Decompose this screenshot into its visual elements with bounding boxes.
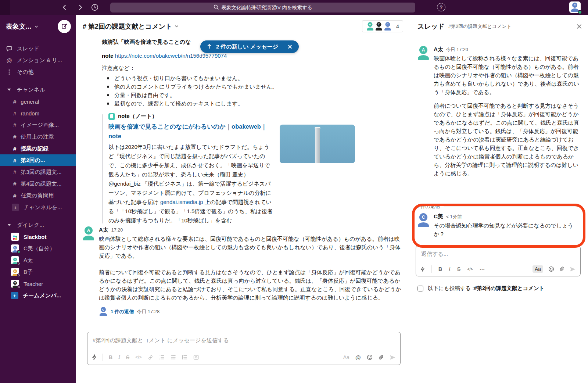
section-label: チャンネル <box>17 86 45 93</box>
sidebar-item-more[interactable]: その他 <box>0 66 76 78</box>
thread-channel-name[interactable]: #第2回の課題文献とコメント <box>448 23 573 30</box>
bold-icon[interactable]: B <box>109 354 112 360</box>
add-team-members-button[interactable]: + チームメンバ... <box>0 290 76 301</box>
workspace-header[interactable]: 表象文... <box>0 15 76 38</box>
replies-divider: 1 件の返信 <box>417 203 583 210</box>
sidebar-channel-round4[interactable]: #第4回の課題文... <box>0 178 76 190</box>
unfurl-thumbnail-image[interactable] <box>280 125 355 163</box>
new-messages-banner[interactable]: 2 件の新しい メッセージ <box>200 40 299 53</box>
bullet-item: 他の人のコメントにリプライをつけるかたちでもかまいません。 <box>102 82 402 91</box>
mention-icon[interactable]: @ <box>355 354 361 361</box>
bulleted-list-icon[interactable] <box>171 355 176 360</box>
sidebar-channel-image[interactable]: #イメージ画像... <box>0 119 76 131</box>
also-send-checkbox[interactable] <box>417 286 423 291</box>
text-format-toggle-icon[interactable]: Aa <box>343 354 349 360</box>
message-timestamp[interactable]: 今日 17:20 <box>446 47 468 53</box>
presence-dot-offline <box>17 285 21 289</box>
sidebar-channel-random[interactable]: #random <box>0 107 76 119</box>
thread-panel: スレッド #第2回の課題文献とコメント A A太 今日 17:20 映画体験とし… <box>410 15 588 383</box>
sidebar-channel-round2-selected[interactable]: #第2回の... <box>0 154 76 166</box>
presence-dot-online <box>578 10 582 14</box>
chevron-down-icon <box>175 24 179 28</box>
message-author[interactable]: A太 <box>99 226 108 233</box>
strikethrough-icon[interactable]: S <box>126 354 129 360</box>
text-format-toggle-icon[interactable]: Aa <box>533 265 543 273</box>
dm-slackbot[interactable]: Slackbot <box>0 231 76 243</box>
search-bar[interactable]: 表象文化論特殊研究演習IV 内を検索する <box>110 3 415 12</box>
italic-icon[interactable]: I <box>118 354 120 360</box>
blockquote-icon[interactable] <box>182 355 187 360</box>
emoji-icon[interactable] <box>367 354 373 360</box>
sidebar-item-threads[interactable]: スレッド <box>0 43 76 54</box>
message-avatar[interactable]: A <box>417 46 430 60</box>
bold-icon[interactable]: B <box>438 266 442 272</box>
sidebar-channel-class-records[interactable]: #授業の記録 <box>0 143 76 154</box>
send-icon[interactable] <box>570 266 576 272</box>
ordered-list-icon[interactable] <box>159 355 165 360</box>
sidebar-channel-round3[interactable]: #第3回の課題文... <box>0 166 76 178</box>
banner-close-icon[interactable] <box>288 44 292 49</box>
add-channel-button[interactable]: + チャンネルを... <box>0 201 76 213</box>
code-icon[interactable]: </> <box>135 355 141 360</box>
reply-input[interactable] <box>416 246 580 258</box>
history-clock-icon[interactable] <box>90 3 99 12</box>
italic-icon[interactable]: I <box>449 266 451 272</box>
send-icon[interactable] <box>390 355 396 360</box>
reply-count-link[interactable]: 1 件の返信 <box>111 308 134 315</box>
more-options-icon[interactable]: ⋯ <box>480 266 485 272</box>
section-collapse-icon <box>6 89 12 91</box>
dm-teacher[interactable]: T Teacher <box>0 278 76 290</box>
dm-b-ko[interactable]: B B子 <box>0 266 76 278</box>
main-message-composer[interactable]: B I S </> Aa <box>87 332 401 365</box>
close-icon[interactable] <box>576 24 582 29</box>
also-send-label: 以下にも投稿する :#第2回の課題文献とコメント <box>428 285 545 292</box>
window-corner <box>0 0 10 15</box>
code-icon[interactable]: </> <box>467 267 473 271</box>
top-bar: 表象文化論特殊研究演習IV 内を検索する ? C <box>0 0 588 15</box>
mentions-icon: @ <box>6 57 12 64</box>
message-author[interactable]: C美 <box>434 213 443 220</box>
thread-reply-composer[interactable]: B I S </> ⋯ Aa <box>416 246 581 276</box>
shortcuts-bolt-icon[interactable] <box>92 354 97 360</box>
sidebar-channel-questions[interactable]: #任意の質問用 <box>0 190 76 201</box>
thread-reply-link[interactable]: C 1 件の返信 今日 17:28 <box>99 307 403 316</box>
history-forward-icon[interactable] <box>76 3 85 12</box>
note-url-link[interactable]: https://note.com/obakeweb/n/n156d9577907… <box>115 53 227 59</box>
member-avatar: C <box>384 22 392 31</box>
member-count-button[interactable]: A T C 4 <box>362 20 403 32</box>
message-avatar[interactable]: A <box>82 226 95 240</box>
help-icon[interactable]: ? <box>437 3 445 11</box>
link-icon[interactable] <box>148 355 153 360</box>
message-a-ta: A A太 17:20 映画体験として総称される様々な要素には、回復可能であるもの… <box>82 226 403 316</box>
main-pane: # 第2回の課題文献とコメント A T C 4 2 件の新しい メッセージ <box>76 15 410 383</box>
strikethrough-icon[interactable]: S <box>457 266 460 272</box>
code-block-icon[interactable] <box>193 355 199 360</box>
dm-self[interactable]: C C美（自分） <box>0 243 76 254</box>
plus-icon: + <box>11 292 18 299</box>
thread-title: スレッド <box>417 22 445 31</box>
new-message-button[interactable] <box>58 20 71 33</box>
user-avatar[interactable]: C <box>569 1 581 13</box>
sidebar-channel-general[interactable]: #general <box>0 96 76 107</box>
thread-header: スレッド #第2回の課題文献とコメント <box>410 15 588 38</box>
attachment-icon[interactable] <box>379 354 384 360</box>
emoji-icon[interactable] <box>548 266 554 272</box>
sidebar-item-mentions[interactable]: @ メンション & リ... <box>0 54 76 66</box>
message-paragraph: 前者について回復不可能であると判断する見方はなさそうなので、ひとまず論点は「身体… <box>434 101 583 178</box>
channel-title[interactable]: # 第2回の課題文献とコメント <box>83 22 179 31</box>
message-author[interactable]: A太 <box>434 46 443 53</box>
message-avatar[interactable]: C <box>417 213 430 227</box>
sidebar-channel-usage-notes[interactable]: #使用上の注意 <box>0 131 76 143</box>
sidebar: 表象文... スレッド @ メンション & リ... <box>0 15 76 383</box>
dm-a-ta[interactable]: A A太 <box>0 254 76 266</box>
channels-section-header[interactable]: チャンネル <box>0 84 76 96</box>
dm-section-header[interactable]: ダイレク... <box>0 219 76 231</box>
message-input[interactable] <box>87 332 400 345</box>
history-back-icon[interactable] <box>60 3 69 12</box>
unfurl-title-link[interactable]: 映画を倍速で見ることのなにがわるいのか｜obakeweb｜note <box>108 122 275 141</box>
message-timestamp[interactable]: 17:20 <box>111 228 123 233</box>
attachment-icon[interactable] <box>559 266 564 272</box>
message-timestamp[interactable]: < 1分前 <box>446 214 462 220</box>
shortcuts-bolt-icon[interactable] <box>420 266 425 272</box>
unfurl-inline-link[interactable]: gendai.ismedia.jp <box>160 199 203 205</box>
